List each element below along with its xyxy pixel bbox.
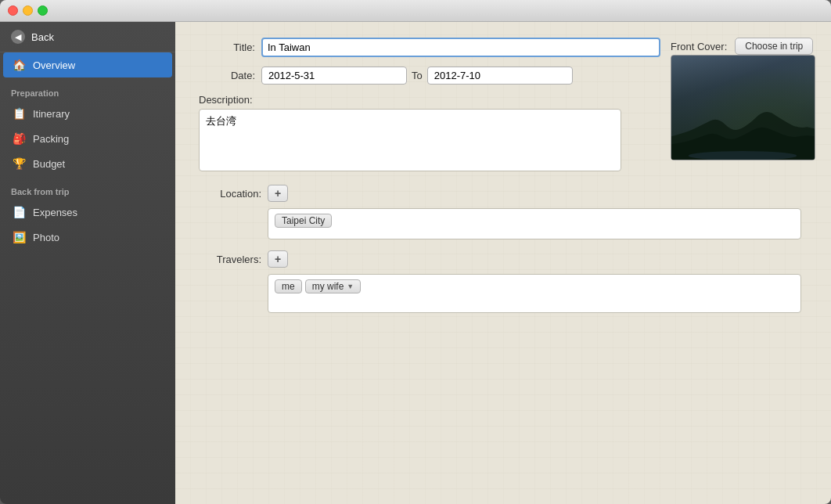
location-label: Location: [199,188,261,200]
date-label: Date: [199,70,261,81]
budget-icon: 🏆 [11,156,27,171]
location-row: Location: + [199,185,815,202]
preparation-section-label: Preparation [0,77,175,101]
back-from-trip-section-label: Back from trip [0,176,175,200]
main-window: ◀ Back 🏠 Overview Preparation 📋 Itinerar… [0,0,831,504]
location-tag-taipei[interactable]: Taipei City [275,214,332,228]
photo-label: Photo [33,232,59,243]
minimize-button[interactable] [23,5,33,16]
itinerary-label: Itinerary [33,108,70,120]
traveler-wife-arrow: ▼ [347,283,354,290]
photo-icon: 🖼️ [11,229,27,245]
traffic-lights [8,5,48,16]
front-cover-label: Front Cover: [671,41,727,52]
cover-image [671,55,815,160]
traveler-wife-label: my wife [312,281,344,292]
content-wrapper: Title: Date: To Description: [199,38,815,313]
sidebar-item-photo[interactable]: 🖼️ Photo [0,225,175,250]
overview-icon: 🏠 [11,57,27,73]
itinerary-icon: 📋 [11,106,27,121]
maximize-button[interactable] [38,5,48,16]
date-to-separator: To [412,70,423,81]
expenses-icon: 📄 [11,204,27,220]
sidebar-item-expenses[interactable]: 📄 Expenses [0,200,175,225]
sidebar-item-budget[interactable]: 🏆 Budget [0,151,175,176]
back-button[interactable]: ◀ Back [0,22,175,52]
mountain-svg [671,82,815,160]
date-from-input[interactable] [261,67,407,85]
sidebar-item-packing[interactable]: 🎒 Packing [0,126,175,151]
location-tag-label: Taipei City [282,215,325,226]
front-cover-header: Front Cover: Choose in trip [671,38,815,55]
description-input[interactable] [199,109,621,171]
title-input[interactable] [261,38,660,57]
packing-label: Packing [33,133,69,145]
title-bar [0,0,831,22]
traveler-tag-wife[interactable]: my wife ▼ [305,279,362,293]
title-label: Title: [199,41,261,53]
traveler-tag-me[interactable]: me [275,279,302,293]
sidebar-item-itinerary[interactable]: 📋 Itinerary [0,101,175,126]
sidebar: ◀ Back 🏠 Overview Preparation 📋 Itinerar… [0,22,175,504]
content-area: Title: Date: To Description: [175,22,831,504]
location-add-button[interactable]: + [268,185,288,202]
traveler-me-label: me [282,281,295,292]
travelers-add-button[interactable]: + [268,250,288,268]
travelers-label: Travelers: [199,254,261,265]
date-fields: To [261,67,573,85]
date-to-input[interactable] [427,67,573,85]
expenses-label: Expenses [33,207,77,218]
location-tags-container: Taipei City [268,208,801,239]
main-area: ◀ Back 🏠 Overview Preparation 📋 Itinerar… [0,22,831,504]
travelers-tags-container: me my wife ▼ [268,274,801,313]
front-cover-section: Front Cover: Choose in trip [671,38,815,160]
choose-trip-button[interactable]: Choose in trip [735,38,813,55]
back-icon: ◀ [11,30,25,44]
budget-label: Budget [33,158,65,170]
close-button[interactable] [8,5,18,16]
back-label: Back [31,31,54,43]
overview-label: Overview [33,59,75,71]
packing-icon: 🎒 [11,131,27,146]
sidebar-item-overview[interactable]: 🏠 Overview [3,52,172,77]
travelers-row: Travelers: + [199,250,815,268]
